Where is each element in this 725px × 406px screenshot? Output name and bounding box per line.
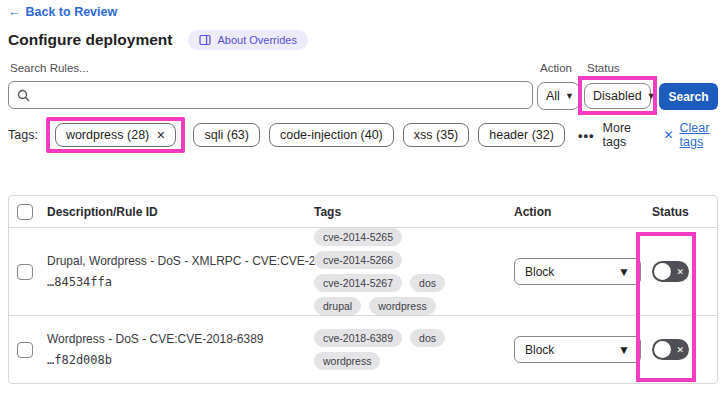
about-overrides-label: About Overrides xyxy=(217,34,296,46)
header-description: Description/Rule ID xyxy=(39,205,306,219)
action-filter-dropdown[interactable]: All ▼ xyxy=(537,82,580,110)
chevron-down-icon: ▼ xyxy=(647,91,656,101)
header-tags: Tags xyxy=(306,205,506,219)
more-tags-label: More tags xyxy=(603,121,646,149)
rule-id: …84534ffa xyxy=(47,275,306,289)
rule-tag: cve-2014-5267 xyxy=(314,274,402,292)
toggle-off-icon: ✕ xyxy=(676,345,684,354)
action-filter-value: All xyxy=(546,89,560,103)
rule-tag: cve-2018-6389 xyxy=(314,329,402,347)
rule-tag: drupal xyxy=(314,297,361,315)
clear-icon: ✕ xyxy=(663,128,673,142)
book-icon xyxy=(199,34,211,46)
tag-pill-label: wordpress (28) xyxy=(66,128,149,142)
action-select[interactable]: Block ▼ xyxy=(514,336,641,363)
tag-pill-wordpress[interactable]: wordpress (28) ✕ xyxy=(55,123,177,147)
back-link-label: Back to Review xyxy=(26,5,118,19)
table-row: Wordpress - DoS - CVE:CVE-2018-6389 …f82… xyxy=(9,316,717,383)
table-header-row: Description/Rule ID Tags Action Status xyxy=(9,196,717,228)
header-status: Status xyxy=(644,205,717,219)
toggle-knob xyxy=(654,341,671,358)
tag-pill-xss[interactable]: xss (35) xyxy=(403,123,469,147)
rule-tag: cve-2014-5265 xyxy=(314,228,402,246)
tag-pill-code-injection[interactable]: code-injection (40) xyxy=(269,123,394,147)
chevron-down-icon: ▼ xyxy=(565,91,574,101)
tags-bar-label: Tags: xyxy=(8,128,38,142)
toggle-knob xyxy=(654,263,671,280)
clear-tags-button[interactable]: ✕ Clear tags xyxy=(663,121,725,149)
rule-description: Drupal, Wordpress - DoS - XMLRPC - CVE:C… xyxy=(47,254,306,268)
rule-tags: cve-2014-5265 cve-2014-5266 cve-2014-526… xyxy=(306,228,506,315)
action-filter-label: Action xyxy=(540,62,572,74)
rule-tag: cve-2014-5266 xyxy=(314,251,402,269)
tags-bar: Tags: wordpress (28) ✕ sqli (63) code-in… xyxy=(8,119,725,151)
select-all-checkbox[interactable] xyxy=(17,204,33,220)
clear-tags-label: Clear tags xyxy=(680,121,725,149)
rule-description: Wordpress - DoS - CVE:CVE-2018-6389 xyxy=(47,332,306,346)
rule-id: …f82d008b xyxy=(47,353,306,367)
status-toggle[interactable]: ✕ xyxy=(652,339,689,360)
action-select-value: Block xyxy=(525,343,554,357)
page-title: Configure deployment xyxy=(8,31,172,49)
ellipsis-icon: ••• xyxy=(578,128,595,143)
chevron-down-icon: ▼ xyxy=(618,265,630,279)
action-select-value: Block xyxy=(525,265,554,279)
status-filter-value: Disabled xyxy=(593,89,642,103)
status-toggle[interactable]: ✕ xyxy=(652,261,689,282)
rule-tag: dos xyxy=(410,329,445,347)
back-to-review-link[interactable]: ← Back to Review xyxy=(8,5,117,19)
tag-pill-sqli[interactable]: sqli (63) xyxy=(193,123,259,147)
rules-table: Description/Rule ID Tags Action Status D… xyxy=(8,195,718,384)
rule-tag: wordpress xyxy=(369,297,435,315)
action-select[interactable]: Block ▼ xyxy=(514,258,641,285)
search-box xyxy=(8,81,533,109)
row-checkbox[interactable] xyxy=(17,342,33,358)
row-checkbox[interactable] xyxy=(17,264,33,280)
selected-tag-highlight: wordpress (28) ✕ xyxy=(46,117,186,153)
search-icon xyxy=(17,89,30,102)
about-overrides-badge[interactable]: About Overrides xyxy=(188,30,307,50)
header-action: Action xyxy=(506,205,644,219)
chevron-down-icon: ▼ xyxy=(618,343,630,357)
search-rules-label: Search Rules... xyxy=(10,62,89,74)
more-tags-button[interactable]: ••• More tags xyxy=(578,121,646,149)
rule-tag: wordpress xyxy=(314,352,380,370)
search-button[interactable]: Search xyxy=(659,83,718,110)
configure-deployment-page: ← Back to Review Configure deployment Ab… xyxy=(0,0,725,406)
back-arrow-icon: ← xyxy=(8,5,21,19)
tag-pill-header[interactable]: header (32) xyxy=(478,123,565,147)
rule-tags: cve-2018-6389 dos wordpress xyxy=(306,329,506,370)
status-filter-label: Status xyxy=(587,62,620,74)
rule-tag: dos xyxy=(410,274,445,292)
status-filter-dropdown[interactable]: Disabled ▼ xyxy=(584,83,651,109)
toggle-off-icon: ✕ xyxy=(676,267,684,276)
table-row: Drupal, Wordpress - DoS - XMLRPC - CVE:C… xyxy=(9,228,717,316)
title-row: Configure deployment About Overrides xyxy=(8,30,308,50)
remove-tag-icon[interactable]: ✕ xyxy=(156,129,165,142)
search-input[interactable] xyxy=(37,88,524,102)
